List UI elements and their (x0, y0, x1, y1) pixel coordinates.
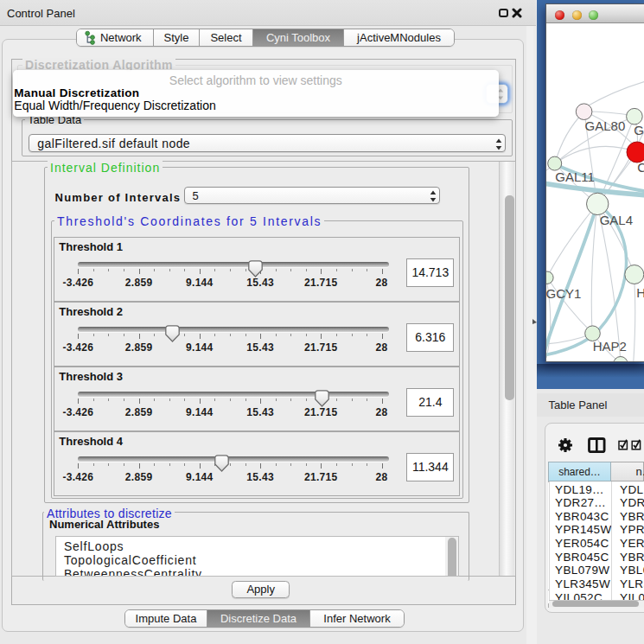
svg-text:GCY1: GCY1 (546, 286, 581, 301)
svg-text:C: C (637, 160, 644, 175)
svg-text:H: H (636, 285, 644, 300)
svg-text:HAP2: HAP2 (592, 339, 626, 354)
svg-text:GAL11: GAL11 (555, 169, 595, 184)
svg-text:GAL80: GAL80 (584, 118, 625, 133)
svg-text:G…: G… (634, 123, 644, 137)
svg-text:GAL4: GAL4 (599, 213, 632, 227)
